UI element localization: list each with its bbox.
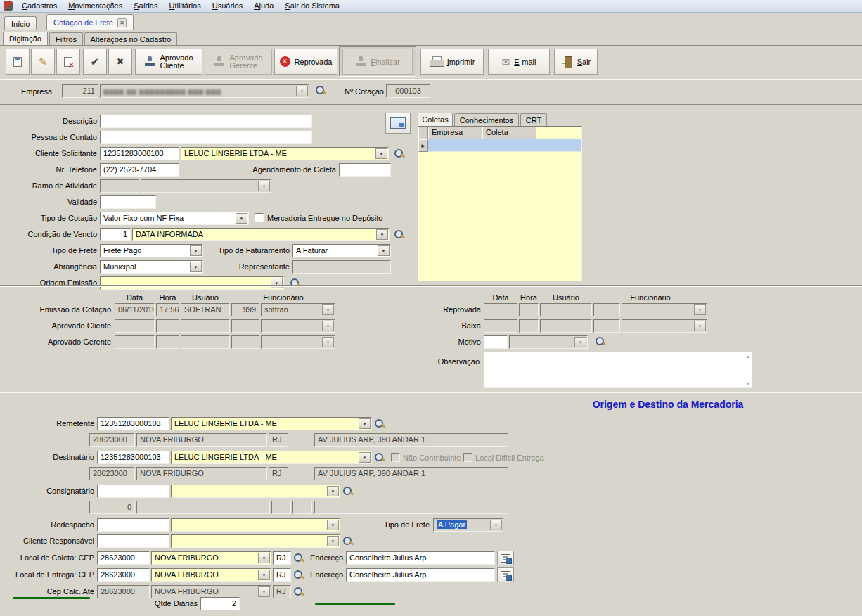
mercadoria-deposito-checkbox[interactable] [255, 213, 264, 222]
cliente-cnpj-input[interactable]: 12351283000103 [100, 147, 179, 160]
tipo-faturamento-select[interactable]: A Faturar [292, 244, 391, 257]
condicao-codigo-input[interactable]: 1 [100, 228, 131, 241]
panel-tab-conhecimentos[interactable]: Conhecimentos [454, 113, 519, 126]
aprovado-gerente-func-select[interactable] [261, 335, 335, 349]
aprovado-cliente-func-select[interactable] [261, 319, 335, 333]
menu-saidas[interactable]: Saídas [128, 1, 163, 11]
condicao-select[interactable]: DATA INFORMADA [132, 228, 390, 241]
menu-cadastros[interactable]: Cadastros [16, 1, 63, 11]
cliente-select[interactable]: LELUC LINGERIE LTDA - ME [181, 147, 389, 160]
redespacho-select[interactable] [171, 518, 340, 532]
panel-tab-crt[interactable]: CRT [520, 113, 547, 126]
grid-header-coleta[interactable]: Coleta [482, 127, 536, 139]
local-dificil-checkbox[interactable] [463, 453, 472, 462]
cep-calc-search-icon[interactable] [293, 586, 304, 598]
coleta-cidade-select[interactable]: NOVA FRIBURGO [151, 551, 271, 565]
entrega-cep-search-icon[interactable] [293, 570, 304, 581]
telefone-input[interactable]: (22) 2523-7704 [100, 163, 179, 177]
destinatario-cnpj-input[interactable]: 12351283000103 [97, 451, 169, 464]
finalizar-button[interactable]: Finalizar [342, 49, 413, 75]
baixa-func-select[interactable] [622, 319, 707, 333]
agendamento-input[interactable] [339, 163, 391, 177]
representante-input[interactable] [292, 260, 391, 274]
reprovada-func-select[interactable] [622, 303, 707, 316]
emissao-func-select[interactable]: softran [261, 303, 335, 316]
tipo-frete-select[interactable]: Frete Pago [100, 244, 203, 257]
ramo-codigo-input[interactable] [100, 179, 139, 193]
empresa-select[interactable]: ▆▆▆▆ ▆▆ ▆▆▆▆▆▆▆▆▆ ▆▆▆ ▆▆▆ [100, 84, 309, 98]
cliente-responsavel-select[interactable] [171, 534, 340, 548]
abrangencia-select[interactable]: Municipal [100, 260, 203, 274]
coleta-cep-search-icon[interactable] [293, 553, 304, 564]
destinatario-search-icon[interactable] [374, 452, 385, 463]
imprimir-button[interactable]: Imprimir [420, 49, 484, 75]
observacao-textarea[interactable]: ▲ ▼ [484, 352, 752, 388]
origem-emissao-select[interactable] [100, 276, 284, 290]
reprovada-button[interactable]: ✕ Reprovada [274, 49, 337, 75]
validade-input[interactable] [100, 195, 156, 209]
attachments-button[interactable] [385, 113, 411, 134]
coleta-cep-input[interactable]: 28623000 [97, 551, 150, 565]
tab-cotacao-de-frete[interactable]: Cotação de Frete ✕ [46, 14, 134, 30]
ramo-select[interactable] [141, 179, 271, 193]
menu-usuarios[interactable]: Usuários [207, 1, 248, 11]
remetente-search-icon[interactable] [374, 418, 385, 430]
qtde-diarias-input[interactable]: 2 [200, 597, 240, 610]
entrega-cep-input[interactable]: 28623000 [97, 568, 150, 582]
redespacho-input[interactable] [97, 518, 169, 532]
close-tab-icon[interactable]: ✕ [117, 18, 127, 27]
remetente-cnpj-input[interactable]: 12351283000103 [97, 417, 169, 430]
empresa-codigo-field[interactable]: 211 [62, 84, 98, 98]
nao-contribuinte-checkbox[interactable] [391, 453, 400, 462]
delete-button[interactable]: ✕ [56, 49, 80, 75]
menu-utilitarios[interactable]: Utilitários [163, 1, 206, 11]
destinatario-select[interactable]: LELUC LINGERIE LTDA - ME [171, 451, 372, 464]
email-button[interactable]: ✉ E-mail [488, 49, 550, 75]
consignatario-input[interactable] [97, 485, 169, 498]
subtab-alteracoes[interactable]: Alterações no Cadastro [84, 32, 177, 45]
confirm-button[interactable]: ✔ [83, 49, 107, 75]
grid-row-selector[interactable]: ► [418, 139, 428, 152]
origem-emissao-search-icon[interactable] [290, 278, 301, 289]
coleta-uf-field[interactable]: RJ [273, 551, 291, 565]
descricao-input[interactable] [100, 115, 312, 128]
motivo-codigo-input[interactable] [484, 335, 508, 349]
empresa-search-icon[interactable] [315, 85, 326, 96]
tab-inicio[interactable]: Início [4, 16, 37, 30]
cliente-search-icon[interactable] [394, 148, 405, 160]
grid-header-empresa[interactable]: Empresa [428, 127, 482, 139]
endereco-entrega-search-button[interactable] [497, 567, 514, 582]
endereco-coleta-input[interactable]: Conselheiro Julius Arp [346, 551, 495, 565]
endereco-coleta-search-button[interactable] [497, 551, 514, 565]
condicao-search-icon[interactable] [394, 229, 405, 240]
tipo-frete-destino-select[interactable]: A Pagar [433, 518, 503, 532]
cliente-responsavel-input[interactable] [97, 534, 169, 548]
aprovado-cliente-button[interactable]: Aprovado Cliente [135, 49, 202, 75]
aprovado-gerente-button[interactable]: Aprovado Gerente [205, 49, 272, 75]
entrega-cidade-select[interactable]: NOVA FRIBURGO [151, 568, 271, 582]
motivo-search-icon[interactable] [595, 336, 606, 347]
consignatario-select[interactable] [171, 485, 340, 498]
tipo-cotacao-select[interactable]: Valor Fixo com NF Fixa [100, 212, 249, 225]
subtab-filtros[interactable]: Filtros [49, 32, 83, 45]
menu-ajuda[interactable]: Ajuda [248, 1, 279, 11]
new-button[interactable] [6, 49, 30, 75]
coletas-grid[interactable]: Empresa Coleta ► [418, 126, 582, 281]
menu-sair-do-sistema[interactable]: Sair do Sistema [279, 1, 345, 11]
scroll-down-icon[interactable]: ▼ [745, 381, 750, 386]
menu-movimentacoes[interactable]: Movimentações [63, 1, 128, 11]
sair-button[interactable]: Sair [554, 49, 598, 75]
consignatario-search-icon[interactable] [342, 486, 354, 497]
subtab-digitacao[interactable]: Digitação [3, 32, 48, 45]
edit-button[interactable]: ✎ [31, 49, 55, 75]
pessoa-contato-input[interactable] [100, 131, 312, 144]
cancel-button[interactable]: ✖ [108, 49, 132, 75]
panel-tab-coletas[interactable]: Coletas [418, 113, 453, 126]
grid-selected-row[interactable] [428, 139, 581, 152]
endereco-entrega-input[interactable]: Conselheiro Julius Arp [346, 568, 495, 582]
cliente-responsavel-search-icon[interactable] [342, 536, 354, 547]
entrega-uf-field[interactable]: RJ [273, 568, 291, 582]
remetente-select[interactable]: LELUC LINGERIE LTDA - ME [171, 417, 372, 430]
scroll-up-icon[interactable]: ▲ [745, 354, 750, 359]
motivo-select[interactable] [509, 335, 588, 349]
